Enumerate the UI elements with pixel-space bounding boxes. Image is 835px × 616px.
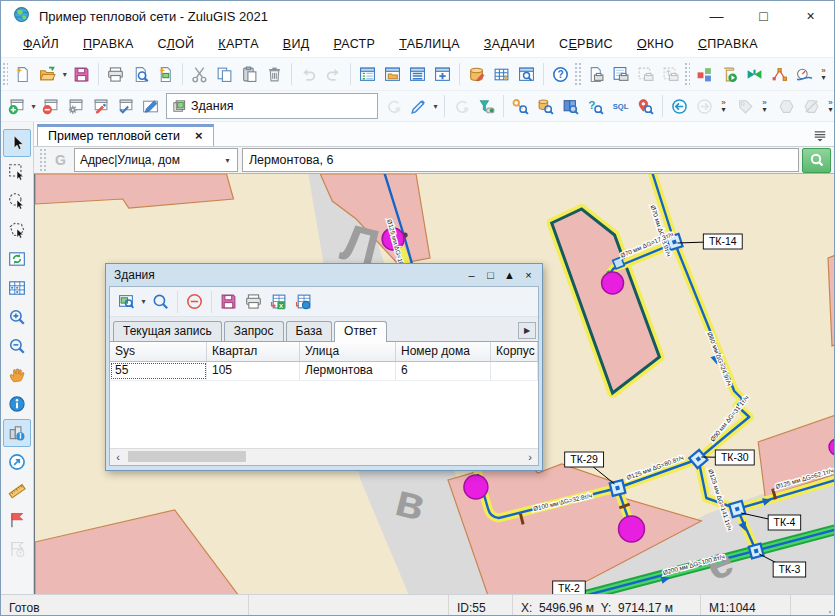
filter-toggle-icon[interactable]	[474, 94, 499, 119]
dialog-tab-2[interactable]: Запрос	[224, 321, 284, 341]
table-new-icon[interactable]	[489, 62, 514, 87]
menu-задачи[interactable]: ЗАДАЧИ	[472, 33, 547, 55]
toolbar-grip[interactable]	[684, 62, 690, 86]
close-button[interactable]: ×	[787, 1, 834, 31]
valve-tool-icon[interactable]	[742, 62, 767, 87]
chevron-down-icon[interactable]: ▾	[29, 102, 38, 111]
dialog-title-bar[interactable]: Здания –□▲×	[109, 264, 539, 286]
paste-icon[interactable]	[237, 62, 262, 87]
menu-таблица[interactable]: ТАБЛИЦА	[387, 33, 472, 55]
dialog-maximize-button[interactable]: □	[482, 267, 499, 283]
chevron-down-icon[interactable]: ▾	[431, 102, 440, 111]
flag-tool-icon[interactable]	[3, 506, 31, 534]
selected-connection-point[interactable]	[619, 516, 645, 542]
copy-icon[interactable]	[212, 62, 237, 87]
dialog-find-icon[interactable]	[514, 62, 539, 87]
pan-tool-icon[interactable]	[3, 361, 31, 389]
info-tool-icon[interactable]	[3, 390, 31, 418]
column-header[interactable]: Улица	[300, 342, 396, 361]
table-cell[interactable]: 55	[110, 362, 207, 380]
dialog-minimize-button[interactable]: –	[463, 267, 480, 283]
search-bar-grip[interactable]	[39, 148, 47, 172]
save-icon[interactable]	[69, 62, 94, 87]
print-icon[interactable]	[103, 62, 128, 87]
column-header[interactable]: Корпус	[491, 342, 538, 361]
print-list-icon[interactable]	[608, 62, 633, 87]
tab-scroll-right-icon[interactable]: ▶	[518, 322, 536, 339]
map-edit-icon[interactable]	[138, 94, 163, 119]
print-selection-icon[interactable]	[633, 62, 658, 87]
dialog-panel-icon[interactable]	[430, 62, 455, 87]
menu-правка[interactable]: ПРАВКА	[71, 33, 146, 55]
find-icon[interactable]	[148, 289, 173, 314]
doc-new-icon[interactable]	[10, 62, 35, 87]
table-cell[interactable]	[491, 362, 538, 380]
menu-файл[interactable]: ФАЙЛ	[11, 33, 71, 55]
remove-record-icon[interactable]	[182, 289, 207, 314]
redo-icon[interactable]	[321, 62, 346, 87]
cut-icon[interactable]	[187, 62, 212, 87]
pen-tool-icon[interactable]	[406, 94, 431, 119]
menu-карта[interactable]: КАРТА	[206, 33, 270, 55]
search-key-icon[interactable]	[508, 94, 533, 119]
export-ole-icon[interactable]	[291, 289, 316, 314]
select-poly-tool-icon[interactable]	[3, 216, 31, 244]
menu-справка[interactable]: СПРАВКА	[686, 33, 770, 55]
undo-icon[interactable]	[296, 62, 321, 87]
nav-back-icon[interactable]	[667, 94, 692, 119]
layer-edit-icon[interactable]	[88, 94, 113, 119]
print-fragment-icon[interactable]	[658, 62, 683, 87]
table-row[interactable]: 55105Лермонтова6	[110, 362, 538, 381]
polygon-cut-tool-icon[interactable]	[799, 94, 824, 119]
select-rect-tool-icon[interactable]	[3, 158, 31, 186]
object-info-tool-icon[interactable]	[3, 419, 31, 447]
column-header[interactable]: Sys	[110, 342, 207, 361]
table-cell[interactable]: 105	[207, 362, 300, 380]
dialog-tab-3[interactable]: База	[286, 321, 333, 341]
column-header[interactable]: Номер дома	[396, 342, 491, 361]
polygon-tool-icon[interactable]	[774, 94, 799, 119]
dialog-layers-icon[interactable]	[355, 62, 380, 87]
title-bar[interactable]: Пример тепловой сети - ZuluGIS 2021 —□×	[1, 1, 834, 31]
pointer-tool-icon[interactable]	[3, 129, 31, 157]
column-header[interactable]: Квартал	[207, 342, 300, 361]
tab-close-icon[interactable]: ×	[195, 131, 203, 141]
print-map-icon[interactable]	[583, 62, 608, 87]
toolbar-overflow-icon[interactable]: »▾	[824, 99, 835, 113]
db-edit-icon[interactable]	[464, 62, 489, 87]
scrollbar-track[interactable]	[126, 449, 522, 465]
minimize-button[interactable]: —	[693, 1, 740, 31]
layer-add-icon[interactable]	[4, 94, 29, 119]
search-db-icon[interactable]	[533, 94, 558, 119]
selected-connection-point[interactable]	[602, 272, 624, 294]
dialog-pin-button[interactable]: ▲	[501, 267, 518, 283]
macro-run-icon[interactable]	[717, 62, 742, 87]
save-record-icon[interactable]	[216, 289, 241, 314]
search-button[interactable]	[802, 148, 831, 173]
query-repeat-icon[interactable]	[449, 94, 474, 119]
horizontal-scrollbar[interactable]: ‹ ›	[110, 448, 538, 465]
grid-tool-icon[interactable]	[3, 274, 31, 302]
dialog-legend-icon[interactable]	[405, 62, 430, 87]
scroll-right-icon[interactable]: ›	[522, 451, 538, 463]
zoom-out-tool-icon[interactable]	[3, 332, 31, 360]
layer-settings-icon[interactable]	[63, 94, 88, 119]
tab-heat-network-map[interactable]: Пример тепловой сети ×	[37, 124, 214, 146]
select-circle-tool-icon[interactable]	[3, 187, 31, 215]
export-excel-icon[interactable]: X	[266, 289, 291, 314]
dialog-project-icon[interactable]	[380, 62, 405, 87]
map-new-icon[interactable]	[153, 62, 178, 87]
print-preview-icon[interactable]	[128, 62, 153, 87]
edit-repeat-icon[interactable]	[381, 94, 406, 119]
dialog-tab-1[interactable]: Текущая запись	[113, 321, 222, 341]
tag-tool-icon[interactable]	[733, 94, 758, 119]
menu-сервис[interactable]: СЕРВИС	[547, 33, 625, 55]
search-book-icon[interactable]	[558, 94, 583, 119]
search-geo-icon[interactable]	[633, 94, 658, 119]
menu-вид[interactable]: ВИД	[271, 33, 322, 55]
table-cell[interactable]: 6	[396, 362, 491, 380]
blocks-icon[interactable]	[692, 62, 717, 87]
resize-grip[interactable]	[814, 595, 834, 616]
layer-remove-icon[interactable]	[38, 94, 63, 119]
zoom-in-tool-icon[interactable]	[3, 303, 31, 331]
